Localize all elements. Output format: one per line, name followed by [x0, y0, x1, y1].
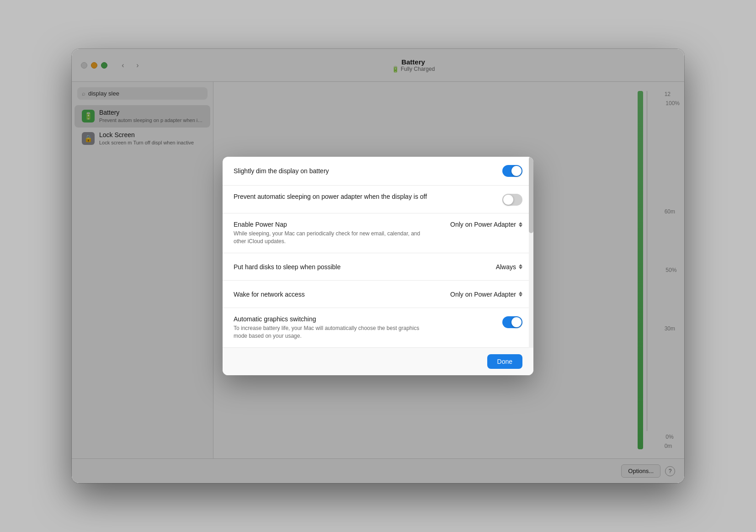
- modal-row-power-nap: Enable Power Nap While sleeping, your Ma…: [223, 213, 533, 253]
- prevent-sleep-toggle-knob: [503, 195, 513, 205]
- graphics-control: [502, 316, 522, 328]
- chevron-up-icon: [519, 222, 522, 224]
- wake-network-picker-chevrons: [519, 292, 522, 297]
- modal-row-hard-disks: Put hard disks to sleep when possible Al…: [223, 253, 533, 281]
- dim-display-label: Slightly dim the display on battery: [234, 167, 502, 175]
- modal-row-dim-display: Slightly dim the display on battery: [223, 157, 533, 186]
- hard-disks-picker[interactable]: Always: [496, 263, 522, 271]
- power-nap-picker-value: Only on Power Adapter: [450, 221, 516, 228]
- prevent-sleep-toggle[interactable]: [502, 194, 522, 206]
- wake-network-chevron-up-icon: [519, 292, 522, 294]
- modal-dialog: Slightly dim the display on battery Prev…: [223, 157, 533, 375]
- dim-display-toggle[interactable]: [502, 165, 522, 177]
- modal-footer: Done: [223, 347, 533, 375]
- wake-network-label: Wake for network access: [234, 291, 450, 298]
- prevent-sleep-label: Prevent automatic sleeping on power adap…: [234, 193, 436, 200]
- done-button[interactable]: Done: [487, 354, 522, 369]
- wake-network-picker[interactable]: Only on Power Adapter: [450, 291, 522, 298]
- power-nap-picker[interactable]: Only on Power Adapter: [450, 221, 522, 228]
- modal-row-wake-network: Wake for network access Only on Power Ad…: [223, 281, 533, 308]
- modal-scrollbar-thumb[interactable]: [529, 157, 533, 233]
- hard-disks-control: Always: [496, 263, 522, 271]
- modal-row-prevent-sleep: Prevent automatic sleeping on power adap…: [223, 186, 533, 213]
- dim-display-toggle-knob: [511, 166, 522, 176]
- graphics-desc: To increase battery life, your Mac will …: [234, 325, 426, 340]
- hard-disks-picker-value: Always: [496, 263, 516, 271]
- prevent-sleep-content: Prevent automatic sleeping on power adap…: [234, 193, 436, 200]
- dim-display-control: [502, 165, 522, 177]
- graphics-toggle[interactable]: [502, 316, 522, 328]
- chevron-down-icon: [519, 225, 522, 227]
- wake-network-picker-value: Only on Power Adapter: [450, 291, 516, 298]
- power-nap-desc: While sleeping, your Mac can periodicall…: [234, 230, 426, 245]
- graphics-content: Automatic graphics switching To increase…: [234, 315, 426, 340]
- hard-disks-chevron-down-icon: [519, 267, 522, 269]
- wake-network-chevron-down-icon: [519, 294, 522, 297]
- power-nap-picker-chevrons: [519, 222, 522, 227]
- graphics-label: Automatic graphics switching: [234, 315, 426, 323]
- power-nap-control: Only on Power Adapter: [450, 221, 522, 228]
- hard-disks-label: Put hard disks to sleep when possible: [234, 263, 496, 271]
- modal-scroll-content[interactable]: Slightly dim the display on battery Prev…: [223, 157, 533, 347]
- graphics-toggle-knob: [511, 317, 522, 327]
- hard-disks-picker-chevrons: [519, 264, 522, 269]
- power-nap-content: Enable Power Nap While sleeping, your Ma…: [234, 221, 426, 245]
- main-window: ‹ › Battery 🔋 Fully Charged ⌕ display sl…: [72, 49, 684, 483]
- modal-overlay: Slightly dim the display on battery Prev…: [72, 49, 684, 483]
- power-nap-label: Enable Power Nap: [234, 221, 426, 228]
- hard-disks-chevron-up-icon: [519, 264, 522, 266]
- modal-scrollbar-track: [529, 157, 533, 347]
- wake-network-control: Only on Power Adapter: [450, 291, 522, 298]
- prevent-sleep-control: [502, 194, 522, 206]
- modal-row-graphics: Automatic graphics switching To increase…: [223, 308, 533, 347]
